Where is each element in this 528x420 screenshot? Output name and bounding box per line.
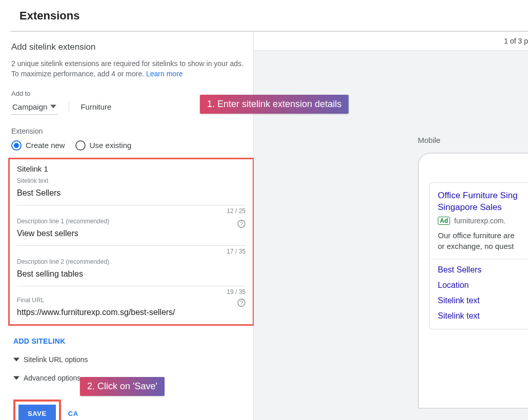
radio-icon [75,140,86,151]
annotation-step-2: 2. Click on 'Save' [80,377,165,396]
ad-description: Our office furniture areor exchange, no … [438,230,528,251]
chevron-down-icon [50,103,56,110]
sitelink-text-input[interactable]: Best Sellers [17,188,246,198]
section-hint: 2 unique sitelink extensions are require… [11,58,247,79]
level-dropdown[interactable]: Campaign [11,99,57,115]
section-heading: Add sitelink extension [11,42,253,52]
description2-counter: 19 / 35 [227,288,246,296]
description2-label: Description line 2 (recommended) [17,258,246,265]
learn-more-link[interactable]: Learn more [146,70,183,78]
svg-text:?: ? [240,300,243,306]
target-value: Furniture [80,102,111,111]
chevron-down-icon [13,375,19,381]
level-dropdown-value: Campaign [12,102,47,111]
sitelink-url-options-toggle[interactable]: Sitelink URL options [13,355,253,364]
final-url-label: Final URL [17,297,246,304]
final-url-input[interactable]: https://www.furniturexp.com.sg/best-sell… [17,308,246,317]
sitelink-text-counter: 12 / 25 [227,207,246,215]
hint-text: 2 unique sitelink extensions are require… [11,59,243,78]
radio-create-new-label: Create new [26,141,65,150]
advanced-options-label: Advanced options [24,374,80,382]
chevron-down-icon [13,356,19,363]
ad-headline[interactable]: Office Furniture SingSingapore Sales [438,190,528,214]
radio-icon [11,140,22,151]
sitelink-heading: Sitelink 1 [17,164,246,173]
sitelink-url-options-label: Sitelink URL options [24,355,88,364]
description1-label: Description line 1 (recommended) [17,218,246,225]
save-highlight: SAVE [13,400,61,420]
vertical-divider [69,101,69,113]
radio-create-new[interactable]: Create new [11,140,65,151]
ad-card: Office Furniture SingSingapore Sales Ad … [429,182,528,329]
ad-badge: Ad [438,217,450,225]
annotation-step-1: 1. Enter sitelink extension details [200,95,349,114]
page-title: Extensions [0,0,528,31]
help-icon[interactable]: ? [237,220,246,228]
ad-sitelink[interactable]: Location [438,275,528,290]
save-button[interactable]: SAVE [18,405,56,420]
ad-sitelink[interactable]: Sitelink text [438,290,528,305]
mobile-label: Mobile [418,136,440,144]
help-icon[interactable]: ? [237,299,246,307]
cancel-button[interactable]: CA [68,410,78,417]
ad-sitelink[interactable]: Sitelink text [438,305,528,321]
radio-use-existing-label: Use existing [90,141,132,150]
ad-sitelink[interactable]: Best Sellers [438,259,528,275]
description2-input[interactable]: Best selling tables [17,269,246,279]
phone-preview: Office Furniture SingSingapore Sales Ad … [418,153,528,409]
sitelink-text-label: Sitelink text [17,177,246,184]
description1-input[interactable]: View best sellers [17,229,246,238]
preview-counter: 1 of 3 p [254,32,528,51]
add-sitelink-button[interactable]: ADD SITELINK [13,337,253,345]
svg-text:?: ? [240,221,243,227]
radio-use-existing[interactable]: Use existing [75,140,132,151]
extension-label: Extension [11,127,253,135]
description1-counter: 17 / 35 [227,248,246,255]
ad-domain: furniturexp.com. [454,217,505,225]
sitelink-form: Sitelink 1 Sitelink text Best Sellers 12… [8,158,254,326]
preview-panel: 1 of 3 p Mobile Office Furniture SingSin… [254,32,528,420]
left-panel: Add sitelink extension 2 unique sitelink… [0,32,254,420]
